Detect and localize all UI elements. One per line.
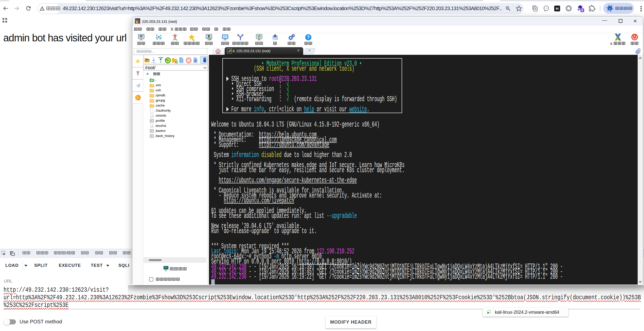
svg-text:?: ? bbox=[307, 35, 310, 40]
svg-text:8: 8 bbox=[581, 9, 583, 12]
svg-text:y: y bbox=[609, 6, 611, 10]
svg-text:A: A bbox=[194, 59, 196, 63]
